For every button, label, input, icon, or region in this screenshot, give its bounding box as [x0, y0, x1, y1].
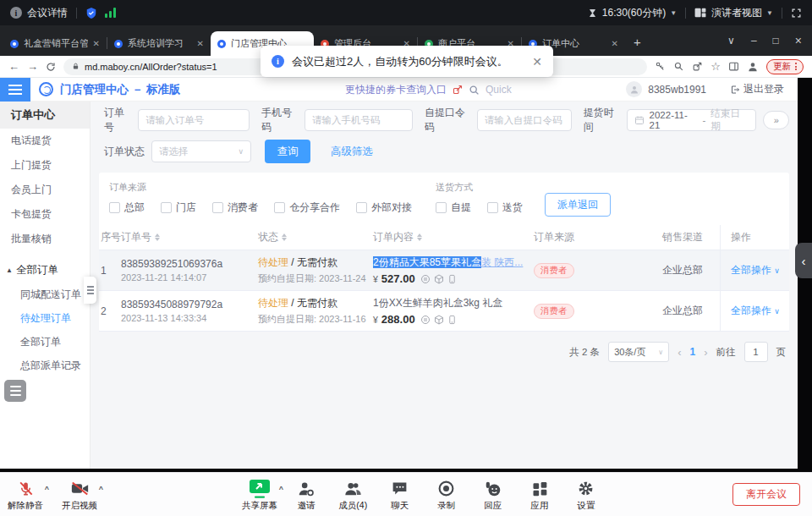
invite-button[interactable]: 邀请 [284, 478, 328, 512]
browser-tab-2[interactable]: 系统培训学习 ✕ [107, 31, 211, 56]
package-icon[interactable] [434, 274, 444, 284]
next-page-button[interactable]: › [704, 346, 707, 359]
meeting-details-link[interactable]: 会议详情 [27, 6, 68, 20]
checkbox-box[interactable] [436, 202, 447, 213]
checkbox-store[interactable]: 门店 [161, 200, 196, 215]
video-options-caret[interactable]: ^ [99, 485, 103, 493]
forward-icon[interactable]: → [27, 61, 38, 72]
checkbox-warehouse-share[interactable]: 仓分享合作 [274, 200, 340, 215]
sidebar-item-phone-pickup[interactable]: 电话提货 [0, 129, 90, 153]
share-options-caret[interactable]: ^ [279, 485, 283, 493]
quick-label[interactable]: Quick [486, 84, 512, 96]
header-status[interactable]: 状态 [258, 230, 373, 244]
tab-close-icon[interactable]: ✕ [197, 39, 204, 48]
window-minimize-button[interactable]: – [751, 35, 757, 47]
phone-icon[interactable] [447, 274, 457, 284]
sort-icon[interactable] [282, 233, 287, 241]
view-mode-selector[interactable]: 演讲者视图 [711, 6, 762, 20]
view-dropdown-icon[interactable]: ▼ [766, 9, 773, 17]
sidebar-item-batch-verify[interactable]: 批量核销 [0, 227, 90, 251]
checkbox-consumer[interactable]: 消费者 [212, 200, 258, 215]
mic-options-caret[interactable]: ^ [45, 485, 49, 493]
product-name-tail[interactable]: 装 陕西... [481, 256, 523, 268]
sidebar-item-city-delivery[interactable]: 同城配送订单 [0, 283, 90, 306]
leave-meeting-button[interactable]: 离开会议 [732, 483, 800, 506]
order-status-select[interactable]: 请选择 ∨ [151, 140, 251, 162]
sidebar-item-card-pickup[interactable]: 卡包提货 [0, 202, 90, 227]
checkbox-box[interactable] [356, 202, 367, 213]
quick-search-icon[interactable] [469, 85, 480, 96]
browser-tab-1[interactable]: 礼盒营销平台管理中心 ✕ [3, 31, 107, 56]
checkbox-box[interactable] [212, 202, 223, 213]
table-row[interactable]: 2 83859345088979792a 2023-11-13 14:33:34… [99, 291, 789, 332]
checkbox-box[interactable] [161, 202, 172, 213]
checkbox-external[interactable]: 外部对接 [356, 200, 412, 215]
settings-button[interactable]: 设置 [564, 478, 608, 512]
browser-update-button[interactable]: 更新 [766, 59, 804, 74]
chat-button[interactable]: 聊天 [377, 478, 421, 512]
checkbox-box[interactable] [274, 202, 285, 213]
dispatch-return-button[interactable]: 派单退回 [545, 193, 611, 217]
sidebar-item-hq-dispatch-log[interactable]: 总部派单记录 [0, 354, 90, 377]
checkbox-box[interactable] [487, 202, 498, 213]
phone-input[interactable] [304, 109, 413, 131]
tab-close-icon[interactable]: ✕ [93, 39, 100, 48]
window-maximize-button[interactable]: □ [773, 35, 779, 47]
floating-list-widget[interactable] [4, 380, 26, 402]
members-button[interactable]: 成员(4) [331, 478, 375, 512]
phone-icon[interactable] [447, 315, 457, 325]
side-panel-icon[interactable] [728, 61, 739, 72]
sidebar-item-pending-orders[interactable]: 待处理订单 [0, 306, 90, 330]
logout-button[interactable]: 退出登录 [730, 82, 784, 96]
checkbox-self-pickup[interactable]: 自提 [436, 200, 471, 215]
all-actions-dropdown[interactable]: 全部操作 ∨ [731, 263, 780, 277]
back-icon[interactable]: ← [8, 61, 19, 72]
tab-search-icon[interactable]: ∨ [727, 35, 735, 47]
table-row[interactable]: 1 83859389251069376a 2023-11-21 14:14:07… [99, 250, 789, 291]
order-number[interactable]: 83859389251069376a [121, 258, 258, 270]
sidebar-collapse-handle[interactable] [84, 277, 96, 304]
reload-icon[interactable] [46, 62, 56, 72]
coupon-icon[interactable] [420, 274, 431, 284]
sort-icon[interactable] [155, 233, 160, 241]
user-avatar[interactable] [626, 81, 642, 97]
header-content[interactable]: 订单内容 [373, 230, 534, 244]
checkbox-box[interactable] [109, 202, 120, 213]
record-button[interactable]: 录制 [425, 478, 469, 512]
pickup-code-input[interactable] [477, 109, 572, 131]
browser-profile-avatar[interactable] [747, 61, 759, 73]
share-page-icon[interactable] [692, 61, 703, 72]
start-video-button[interactable]: 开启视频 ^ [58, 478, 102, 512]
menu-hamburger-button[interactable] [0, 78, 30, 102]
package-icon[interactable] [434, 315, 444, 325]
current-page[interactable]: 1 [689, 346, 695, 358]
apps-button[interactable]: 应用 [518, 478, 562, 512]
bookmark-star-icon[interactable]: ☆ [710, 60, 721, 73]
window-close-button[interactable]: × [795, 34, 802, 47]
page-size-select[interactable]: 30条/页∨ [608, 342, 669, 362]
form-expand-button[interactable]: » [763, 111, 789, 129]
security-shield-icon[interactable] [85, 7, 97, 19]
close-icon[interactable]: ✕ [532, 55, 542, 69]
product-name[interactable]: 1份XX生鲜羊肉礼盒3kg 礼盒 [373, 296, 527, 310]
order-no-input[interactable] [138, 109, 250, 131]
new-tab-button[interactable]: + [634, 35, 641, 49]
fullscreen-icon[interactable] [791, 8, 802, 19]
coupon-icon[interactable] [420, 315, 431, 325]
password-key-icon[interactable] [655, 61, 666, 72]
header-order-no[interactable]: 订单号 [121, 230, 258, 244]
date-range-picker[interactable]: 2022-11-21 - 结束日期 [627, 109, 757, 131]
panel-expand-handle[interactable]: ‹ [795, 243, 812, 278]
all-actions-dropdown[interactable]: 全部操作 ∨ [731, 304, 780, 318]
query-button[interactable]: 查询 [265, 140, 310, 163]
network-signal-icon[interactable] [105, 8, 116, 18]
reactions-button[interactable]: 回应 [471, 478, 515, 512]
checkbox-hq[interactable]: 总部 [109, 200, 145, 215]
username[interactable]: 8385wb1991 [648, 84, 706, 96]
prev-page-button[interactable]: ‹ [678, 346, 681, 359]
order-number[interactable]: 83859345088979792a [121, 299, 258, 310]
zoom-icon[interactable] [673, 61, 684, 72]
promo-link[interactable]: 更快捷的券卡查询入口 [345, 83, 447, 97]
sidebar-item-member-visit[interactable]: 会员上门 [0, 178, 90, 202]
share-screen-button[interactable]: 共享屏幕 ^ [238, 478, 282, 512]
